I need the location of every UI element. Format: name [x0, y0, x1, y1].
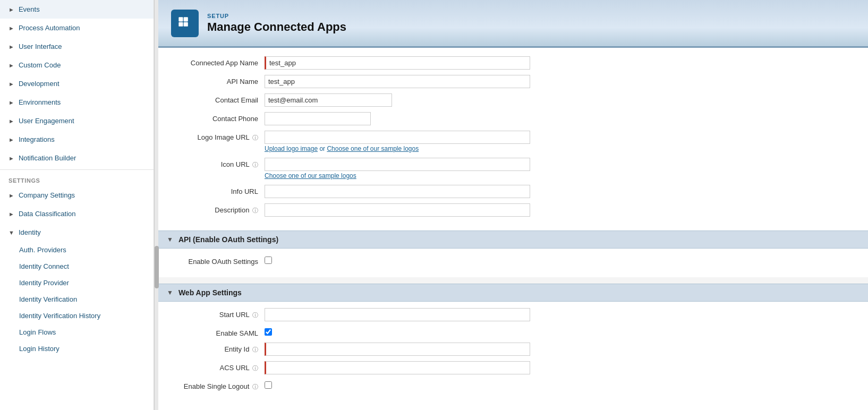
info-url-input[interactable]: [265, 185, 530, 198]
setup-label: SETUP: [207, 13, 346, 19]
sidebar-item-label: Identity: [19, 228, 41, 236]
contact-email-row: Contact Email: [180, 93, 847, 107]
chevron-right-icon: ►: [8, 192, 14, 199]
sub-item-label: Login Flows: [19, 328, 56, 336]
section-gap: [158, 277, 868, 284]
acs-url-input[interactable]: [265, 361, 530, 374]
choose-sample-logos-link[interactable]: Choose one of our sample logos: [327, 145, 419, 152]
sidebar-item-data-classification[interactable]: ► Data Classification: [0, 204, 154, 223]
contact-email-input[interactable]: [265, 93, 392, 107]
start-url-label: Start URL ⓘ: [180, 308, 265, 319]
sidebar-sub-item-login-history[interactable]: Login History: [0, 340, 154, 357]
enable-oauth-checkbox[interactable]: [265, 257, 272, 264]
description-label: Description ⓘ: [180, 203, 265, 215]
enable-saml-row: Enable SAML: [180, 327, 847, 337]
enable-saml-control: [265, 327, 530, 337]
enable-saml-label: Enable SAML: [180, 327, 265, 337]
enable-oauth-control: [265, 255, 530, 266]
icon-url-input[interactable]: [265, 158, 530, 171]
oauth-section-body: Enable OAuth Settings: [158, 249, 868, 277]
logo-image-url-row: Logo Image URL ⓘ Upload logo image or Ch…: [180, 131, 847, 152]
sub-item-label: Login History: [19, 345, 59, 353]
start-url-input[interactable]: [265, 308, 530, 321]
contact-phone-label: Contact Phone: [180, 112, 265, 123]
sidebar-sub-item-identity-verification-history[interactable]: Identity Verification History: [0, 308, 154, 324]
sub-item-label: Identity Verification: [19, 295, 77, 303]
sidebar-sub-item-identity-connect[interactable]: Identity Connect: [0, 258, 154, 275]
sidebar-item-label: Environments: [19, 98, 61, 106]
sidebar-item-integrations[interactable]: ► Integrations: [0, 130, 154, 149]
oauth-section-header[interactable]: ▼ API (Enable OAuth Settings): [158, 230, 868, 249]
info-url-control: [265, 185, 530, 198]
sidebar-item-label: User Interface: [19, 42, 62, 50]
page-header: SETUP Manage Connected Apps: [158, 0, 868, 48]
upload-logo-link[interactable]: Upload logo image: [265, 145, 318, 152]
scrollbar-thumb[interactable]: [155, 246, 159, 288]
sidebar-item-notification-builder[interactable]: ► Notification Builder: [0, 149, 154, 167]
sidebar-sub-item-identity-verification[interactable]: Identity Verification: [0, 291, 154, 308]
connected-app-name-input[interactable]: [265, 56, 530, 70]
api-name-input[interactable]: [265, 75, 530, 88]
chevron-right-icon: ►: [8, 6, 14, 13]
enable-single-logout-row: Enable Single Logout ⓘ: [180, 380, 847, 391]
chevron-right-icon: ►: [8, 25, 14, 31]
sidebar-sub-item-auth-providers[interactable]: Auth. Providers: [0, 242, 154, 258]
sidebar-scrollbar[interactable]: [154, 0, 158, 410]
chevron-right-icon: ►: [8, 99, 14, 106]
enable-saml-checkbox[interactable]: [265, 328, 272, 336]
contact-phone-row: Contact Phone: [180, 112, 847, 125]
api-name-label: API Name: [180, 75, 265, 86]
sidebar-sub-item-identity-provider[interactable]: Identity Provider: [0, 275, 154, 291]
svg-rect-0: [178, 17, 183, 21]
contact-email-label: Contact Email: [180, 93, 265, 104]
enable-oauth-row: Enable OAuth Settings: [180, 255, 847, 266]
grid-icon: [177, 16, 192, 31]
contact-phone-input[interactable]: [265, 112, 371, 125]
entity-id-label: Entity Id ⓘ: [180, 343, 265, 354]
chevron-right-icon: ►: [8, 155, 14, 161]
web-app-section-header[interactable]: ▼ Web App Settings: [158, 284, 868, 302]
svg-rect-1: [184, 17, 188, 21]
icon-url-control: Choose one of our sample logos: [265, 158, 530, 180]
sidebar-item-custom-code[interactable]: ► Custom Code: [0, 56, 154, 74]
entity-id-input[interactable]: [265, 343, 530, 356]
start-url-control: [265, 308, 530, 321]
sidebar-item-label: Company Settings: [19, 191, 75, 199]
chevron-right-icon: ►: [8, 81, 14, 87]
icon-url-row: Icon URL ⓘ Choose one of our sample logo…: [180, 158, 847, 180]
logo-image-url-input[interactable]: [265, 131, 530, 144]
sidebar-item-process-automation[interactable]: ► Process Automation: [0, 19, 154, 37]
sidebar-item-development[interactable]: ► Development: [0, 74, 154, 93]
logo-image-hint: Upload logo image or Choose one of our s…: [265, 145, 530, 152]
acs-url-label: ACS URL ⓘ: [180, 361, 265, 372]
logo-image-url-control: Upload logo image or Choose one of our s…: [265, 131, 530, 152]
sidebar-item-environments[interactable]: ► Environments: [0, 93, 154, 112]
chevron-right-icon: ►: [8, 44, 14, 50]
icon-url-label: Icon URL ⓘ: [180, 158, 265, 169]
connected-app-name-control: [265, 56, 530, 70]
single-logout-info-icon: ⓘ: [252, 383, 258, 390]
entity-id-row: Entity Id ⓘ: [180, 343, 847, 356]
sidebar-item-company-settings[interactable]: ► Company Settings: [0, 186, 154, 204]
chevron-right-icon: ►: [8, 136, 14, 143]
enable-single-logout-checkbox[interactable]: [265, 381, 272, 389]
icon-info-icon: ⓘ: [252, 161, 258, 168]
description-row: Description ⓘ: [180, 203, 847, 217]
contact-phone-control: [265, 112, 530, 125]
enable-single-logout-control: [265, 380, 530, 390]
chevron-right-icon: ►: [8, 118, 14, 124]
basic-fields-section: Connected App Name API Name Contact Emai…: [158, 48, 868, 230]
sidebar-item-user-engagement[interactable]: ► User Engagement: [0, 112, 154, 130]
icon-sample-logos-link[interactable]: Choose one of our sample logos: [265, 172, 356, 180]
start-url-info-icon: ⓘ: [252, 312, 258, 318]
svg-rect-3: [184, 22, 188, 26]
sidebar-item-events[interactable]: ► Events: [0, 0, 154, 19]
sidebar-item-user-interface[interactable]: ► User Interface: [0, 37, 154, 56]
logo-info-icon: ⓘ: [252, 134, 258, 141]
collapse-triangle-icon: ▼: [167, 236, 173, 243]
sidebar-item-label: User Engagement: [19, 117, 74, 125]
sidebar-sub-item-login-flows[interactable]: Login Flows: [0, 324, 154, 340]
description-input[interactable]: [265, 203, 530, 217]
sidebar-item-identity[interactable]: ▼ Identity: [0, 223, 154, 242]
header-text-group: SETUP Manage Connected Apps: [207, 13, 346, 34]
